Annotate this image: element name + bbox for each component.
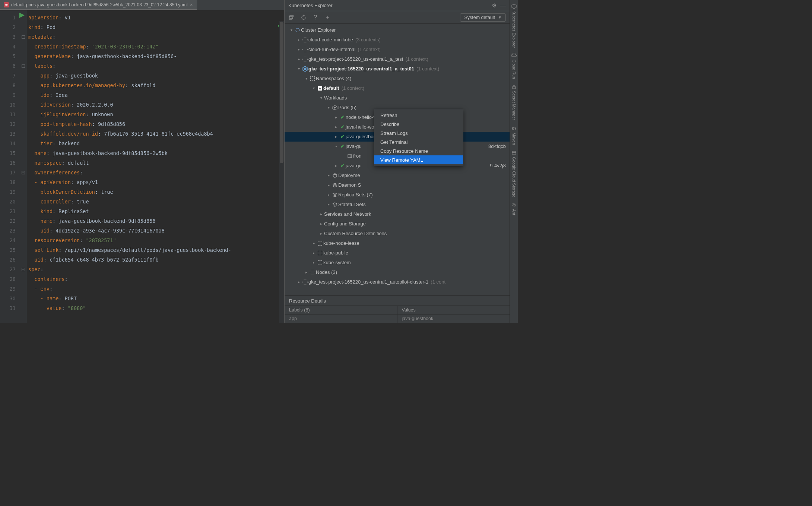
chevron-right-icon[interactable]: ▸ [326, 200, 332, 209]
chevron-right-icon[interactable]: ▸ [296, 54, 302, 64]
help-icon[interactable]: ? [312, 14, 319, 21]
workload-group[interactable]: ▸Deployme [285, 171, 510, 180]
chevron-right-icon[interactable]: ▸ [326, 190, 332, 200]
cluster-item[interactable]: ▸cloud-code-minikube(3 contexts) [285, 35, 510, 45]
menu-item-describe[interactable]: Describe [374, 120, 463, 129]
code-line[interactable]: name: java-guestbook-backend-9df85d856-2… [28, 148, 284, 158]
code-line[interactable]: containers: [28, 274, 284, 284]
namespace-item[interactable]: ▸kube-node-lease [285, 238, 510, 248]
cluster-item[interactable]: ▾gke_test-project-165220_us-central1_a_t… [285, 64, 510, 74]
code-line[interactable]: ownerReferences: [28, 168, 284, 177]
chevron-right-icon[interactable]: ▸ [296, 277, 302, 287]
toolwindow-cloud-run[interactable]: Cloud Run [511, 53, 517, 79]
code-line[interactable]: app.kubernetes.io/managed-by: skaffold [28, 80, 284, 90]
add-icon[interactable]: ＋ [324, 14, 331, 21]
chevron-right-icon[interactable]: ▸ [333, 122, 339, 132]
namespaces-group[interactable]: ▾Namespaces (4) [285, 74, 510, 83]
chevron-down-icon[interactable]: ▾ [303, 74, 309, 83]
code-line[interactable]: resourceVersion: "28782571" [28, 235, 284, 245]
code-line[interactable]: skaffold.dev/run-id: 7fb6a176-3513-4141-… [28, 129, 284, 139]
toolwindow-ant[interactable]: Ant [511, 202, 517, 215]
chevron-down-icon[interactable]: ▾ [326, 103, 332, 113]
code-line[interactable]: selfLink: /api/v1/namespaces/default/pod… [28, 245, 284, 255]
chevron-right-icon[interactable]: ▸ [333, 113, 339, 122]
code-line[interactable]: value: "8080" [28, 303, 284, 313]
chevron-down-icon[interactable]: ▾ [296, 64, 302, 74]
chevron-right-icon[interactable]: ▸ [318, 219, 324, 229]
code-line[interactable]: ide: Idea [28, 90, 284, 100]
cluster-explorer-root[interactable]: ▾⎔Cluster Explorer [285, 25, 510, 35]
workload-group[interactable]: ▸Replica Sets (7) [285, 190, 510, 200]
code-line[interactable]: - name: PORT [28, 294, 284, 303]
namespace-item[interactable]: ▸kube-system [285, 258, 510, 268]
chevron-right-icon[interactable]: ▸ [303, 268, 309, 277]
code-area[interactable]: apiVersion: v1kind: Podmetadata: creatio… [27, 10, 284, 323]
chevron-right-icon[interactable]: ▸ [296, 45, 302, 54]
fold-column[interactable]: −−−− [19, 10, 27, 323]
namespace-default[interactable]: ▾★default(1 context) [285, 83, 510, 93]
cluster-item[interactable]: ▸gke_test-project-165220_us-central1_a_t… [285, 54, 510, 64]
chevron-right-icon[interactable]: ▸ [318, 209, 324, 219]
ns-section[interactable]: ▸Custom Resource Definitions [285, 229, 510, 238]
chevron-down-icon[interactable]: ▾ [333, 142, 339, 151]
chevron-right-icon[interactable]: ▸ [326, 180, 332, 190]
chevron-down-icon[interactable]: ▾ [288, 25, 294, 35]
gear-icon[interactable]: ⚙ [492, 2, 497, 9]
editor-tab[interactable]: YM default-pods-java-guestbook-backend-9… [0, 0, 197, 10]
nodes-group[interactable]: ▸Nodes (3) [285, 268, 510, 277]
toolwindow-secret-manager[interactable]: Secret Manager [511, 84, 517, 120]
code-line[interactable]: labels: [28, 61, 284, 71]
chevron-right-icon[interactable]: ▸ [333, 132, 339, 142]
chevron-right-icon[interactable]: ▸ [333, 161, 339, 171]
context-combo[interactable]: System default ▼ [460, 13, 506, 22]
code-line[interactable]: kind: Pod [28, 22, 284, 32]
chevron-right-icon[interactable]: ▸ [318, 229, 324, 238]
workloads-group[interactable]: ▾Workloads [285, 93, 510, 103]
code-line[interactable]: creationTimestamp: "2021-03-23T01:02:14Z… [28, 42, 284, 51]
code-line[interactable]: namespace: default [28, 158, 284, 168]
code-line[interactable]: app: java-guestbook [28, 71, 284, 80]
code-line[interactable]: uid: 4dd192c2-a93e-4ac7-939c-77c0141670a… [28, 226, 284, 235]
minimize-icon[interactable]: — [500, 2, 506, 9]
toolwindow-google-cloud-storage[interactable]: Google Cloud Storage [511, 150, 517, 197]
editor-area[interactable]: 1234567891011121314151617181920212223242… [0, 10, 284, 323]
code-line[interactable]: ideVersion: 2020.2.2.0.0 [28, 100, 284, 110]
code-line[interactable]: name: java-guestbook-backend-9df85d856 [28, 216, 284, 226]
menu-item-copy-resource-name[interactable]: Copy Resource Name [374, 146, 463, 155]
code-line[interactable]: spec: [28, 265, 284, 274]
code-line[interactable]: metadata: [28, 32, 284, 42]
refresh-icon[interactable] [300, 14, 307, 21]
chevron-down-icon[interactable]: ▾ [318, 93, 324, 103]
cluster-item[interactable]: ▸cloud-run-dev-internal(1 context) [285, 45, 510, 54]
code-line[interactable]: pod-template-hash: 9df85d856 [28, 119, 284, 129]
code-line[interactable]: - apiVersion: apps/v1 [28, 177, 284, 187]
chevron-down-icon[interactable]: ▾ [311, 83, 317, 93]
namespace-item[interactable]: ▸kube-public [285, 248, 510, 258]
menu-item-get-terminal[interactable]: Get Terminal [374, 137, 463, 146]
menu-item-stream-logs[interactable]: Stream Logs [374, 129, 463, 137]
cluster-item[interactable]: ▸gke_test-project-165220_us-central1_aut… [285, 277, 510, 287]
scrollbar-thumb[interactable] [280, 22, 283, 163]
chevron-right-icon[interactable]: ▸ [311, 258, 317, 268]
chevron-right-icon[interactable]: ▸ [311, 238, 317, 248]
workload-group[interactable]: ▸Daemon S [285, 180, 510, 190]
close-icon[interactable]: × [190, 2, 193, 8]
workload-group[interactable]: ▸Stateful Sets [285, 200, 510, 209]
chevron-right-icon[interactable]: ▸ [296, 35, 302, 45]
code-line[interactable]: tier: backend [28, 139, 284, 148]
ns-section[interactable]: ▸Services and Network [285, 209, 510, 219]
code-line[interactable]: generateName: java-guestbook-backend-9df… [28, 51, 284, 61]
add-cluster-icon[interactable] [288, 14, 295, 21]
menu-item-refresh[interactable]: Refresh [374, 111, 463, 120]
chevron-right-icon[interactable]: ▸ [326, 171, 332, 180]
code-line[interactable]: apiVersion: v1 [28, 13, 284, 22]
code-line[interactable]: uid: cf1bc654-c648-4b73-b672-52af5111f0f… [28, 255, 284, 265]
code-line[interactable]: controller: true [28, 197, 284, 206]
code-line[interactable]: kind: ReplicaSet [28, 206, 284, 216]
toolwindow-maven[interactable]: mMaven [512, 126, 516, 145]
code-line[interactable]: - env: [28, 284, 284, 294]
menu-item-view-remote-yaml[interactable]: View Remote YAML [374, 155, 463, 164]
toolwindow-kubernetes-explorer[interactable]: Kubernetes Explorer [511, 4, 517, 48]
run-gutter-icon[interactable] [19, 13, 25, 18]
code-line[interactable]: ijPluginVersion: unknown [28, 110, 284, 119]
